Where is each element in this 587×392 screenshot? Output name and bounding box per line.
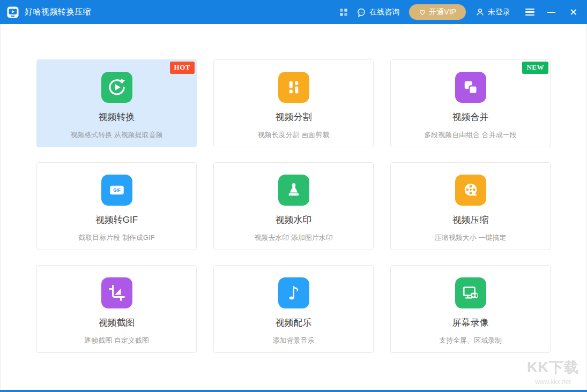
- film-reel-icon: [455, 175, 486, 206]
- login-button[interactable]: 未登录: [475, 7, 510, 17]
- site-watermark: KK下载 www.kkx.net: [527, 358, 579, 386]
- app-title: 好哈视频转换压缩: [25, 7, 91, 17]
- vip-button-label: 开通VIP: [429, 7, 456, 17]
- card-title: 视频分割: [214, 111, 373, 123]
- merge-icon: [455, 72, 486, 103]
- card-video-split[interactable]: 视频分割 视频长度分割 画面剪裁: [213, 59, 374, 147]
- online-support-button[interactable]: 在线咨询: [356, 7, 399, 17]
- watermark-name: KK下载: [527, 358, 579, 377]
- card-subtitle: 添加背景音乐: [214, 336, 373, 345]
- split-icon: [278, 72, 309, 103]
- card-subtitle: 视频长度分割 画面剪裁: [214, 130, 373, 140]
- card-video-music[interactable]: ♪ 视频配乐 添加背景音乐: [213, 265, 374, 353]
- menu-button[interactable]: [525, 9, 534, 16]
- card-subtitle: 支持全屏、区域录制: [391, 336, 550, 345]
- convert-icon: [101, 72, 132, 103]
- card-subtitle: 多段视频自由组合 合并成一段: [391, 130, 550, 140]
- card-screen-record[interactable]: 屏幕录像 支持全屏、区域录制: [390, 265, 551, 353]
- screen-record-icon: [455, 277, 486, 308]
- card-subtitle: 视频去水印 添加图片水印: [214, 233, 373, 243]
- hot-badge: HOT: [170, 62, 195, 74]
- new-badge: NEW: [522, 62, 548, 74]
- watermark-url: www.kkx.net: [527, 378, 579, 386]
- user-icon: [475, 7, 485, 17]
- card-title: 视频配乐: [214, 316, 373, 329]
- card-subtitle: 视频格式转换 从视频提取音频: [37, 130, 196, 140]
- close-button[interactable]: ✕: [569, 7, 577, 17]
- crop-icon: [101, 277, 132, 308]
- card-title: 视频转GIF: [37, 214, 196, 226]
- card-video-watermark[interactable]: 视频水印 视频去水印 添加图片水印: [213, 162, 374, 250]
- card-title: 视频转换: [37, 111, 196, 123]
- feature-grid: HOT 视频转换 视频格式转换 从视频提取音频 视: [36, 24, 551, 353]
- music-note-icon: ♪: [278, 277, 309, 308]
- card-subtitle: 逐帧截图 自定义截图: [37, 336, 196, 345]
- minimize-button[interactable]: [547, 12, 555, 13]
- card-title: 视频截图: [37, 316, 196, 329]
- card-video-screenshot[interactable]: 视频截图 逐帧截图 自定义截图: [36, 265, 197, 353]
- vip-button[interactable]: 开通VIP: [409, 4, 466, 20]
- card-video-to-gif[interactable]: GIF 视频转GIF 截取目标片段 制作成GIF: [36, 162, 197, 250]
- main-content: HOT 视频转换 视频格式转换 从视频提取音频 视: [0, 24, 587, 390]
- card-subtitle: 压缩视频大小 一键搞定: [391, 233, 550, 243]
- login-label: 未登录: [488, 7, 510, 17]
- online-support-label: 在线咨询: [369, 7, 399, 17]
- card-title: 视频压缩: [391, 214, 550, 226]
- card-video-merge[interactable]: NEW 视频合并 多段视频自由组合 合并成一段: [390, 59, 551, 147]
- card-video-compress[interactable]: 视频压缩 压缩视频大小 一键搞定: [390, 162, 551, 250]
- app-logo-icon: [6, 6, 19, 19]
- gif-icon: GIF: [101, 175, 132, 206]
- svg-text:GIF: GIF: [113, 188, 121, 193]
- vip-heart-icon: [419, 9, 426, 16]
- card-title: 视频水印: [214, 214, 373, 226]
- chat-icon: [356, 7, 366, 17]
- card-video-convert[interactable]: HOT 视频转换 视频格式转换 从视频提取音频: [36, 59, 197, 147]
- bottom-accent-strip: [0, 390, 587, 392]
- card-subtitle: 截取目标片段 制作成GIF: [37, 233, 196, 243]
- titlebar: 好哈视频转换压缩 在线咨询 开通VIP: [0, 0, 587, 24]
- card-title: 视频合并: [391, 111, 550, 123]
- mini-apps-grid-icon[interactable]: [339, 8, 348, 17]
- stamp-icon: [278, 175, 309, 206]
- card-title: 屏幕录像: [391, 316, 550, 329]
